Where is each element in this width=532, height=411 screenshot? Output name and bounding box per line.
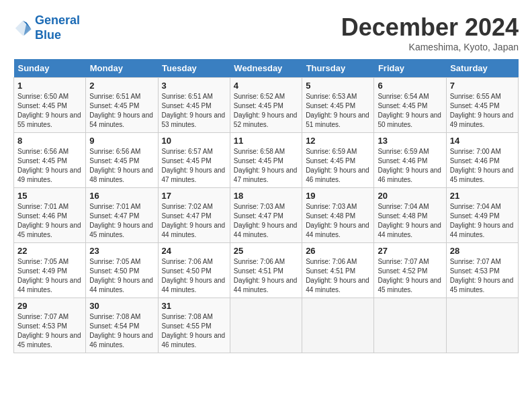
logo-line2: Blue (35, 28, 61, 42)
day-cell: 16 Sunrise: 7:01 AMSunset: 4:47 PMDaylig… (86, 188, 158, 243)
day-cell (446, 298, 518, 353)
day-number: 3 (162, 81, 226, 91)
day-number: 1 (17, 81, 82, 91)
day-number: 16 (89, 191, 154, 201)
week-row-2: 8 Sunrise: 6:56 AMSunset: 4:45 PMDayligh… (14, 133, 519, 188)
calendar-header-row: SundayMondayTuesdayWednesdayThursdayFrid… (14, 59, 519, 78)
logo-line1: General (35, 13, 80, 27)
day-detail: Sunrise: 7:03 AMSunset: 4:48 PMDaylight:… (306, 202, 370, 240)
day-cell: 3 Sunrise: 6:51 AMSunset: 4:45 PMDayligh… (158, 78, 230, 133)
page-header: General Blue December 2024 Kameshima, Ky… (13, 13, 519, 52)
day-detail: Sunrise: 6:52 AMSunset: 4:45 PMDaylight:… (234, 92, 298, 130)
day-number: 7 (450, 81, 515, 91)
day-cell: 31 Sunrise: 7:08 AMSunset: 4:55 PMDaylig… (158, 298, 230, 353)
title-section: December 2024 Kameshima, Kyoto, Japan (341, 13, 519, 52)
day-number: 22 (17, 246, 82, 256)
day-cell: 23 Sunrise: 7:05 AMSunset: 4:50 PMDaylig… (86, 243, 158, 298)
day-number: 2 (89, 81, 154, 91)
day-detail: Sunrise: 6:56 AMSunset: 4:45 PMDaylight:… (89, 147, 154, 185)
week-row-5: 29 Sunrise: 7:07 AMSunset: 4:53 PMDaylig… (14, 298, 519, 353)
day-cell: 5 Sunrise: 6:53 AMSunset: 4:45 PMDayligh… (302, 78, 374, 133)
day-cell: 14 Sunrise: 7:00 AMSunset: 4:46 PMDaylig… (446, 133, 518, 188)
day-number: 27 (378, 246, 442, 256)
month-title: December 2024 (341, 13, 519, 42)
day-cell: 29 Sunrise: 7:07 AMSunset: 4:53 PMDaylig… (14, 298, 86, 353)
day-detail: Sunrise: 7:06 AMSunset: 4:50 PMDaylight:… (162, 257, 226, 295)
day-number: 13 (378, 136, 442, 146)
day-cell: 24 Sunrise: 7:06 AMSunset: 4:50 PMDaylig… (158, 243, 230, 298)
day-number: 29 (17, 301, 82, 311)
column-header-sunday: Sunday (14, 59, 86, 78)
logo: General Blue (13, 13, 80, 42)
day-cell: 13 Sunrise: 6:59 AMSunset: 4:46 PMDaylig… (374, 133, 446, 188)
day-cell: 25 Sunrise: 7:06 AMSunset: 4:51 PMDaylig… (230, 243, 302, 298)
day-cell: 7 Sunrise: 6:55 AMSunset: 4:45 PMDayligh… (446, 78, 518, 133)
day-number: 28 (450, 246, 515, 256)
day-number: 12 (306, 136, 370, 146)
week-row-4: 22 Sunrise: 7:05 AMSunset: 4:49 PMDaylig… (14, 243, 519, 298)
day-detail: Sunrise: 7:00 AMSunset: 4:46 PMDaylight:… (450, 147, 515, 185)
column-header-tuesday: Tuesday (158, 59, 230, 78)
day-detail: Sunrise: 7:08 AMSunset: 4:55 PMDaylight:… (162, 312, 226, 350)
day-detail: Sunrise: 7:08 AMSunset: 4:54 PMDaylight:… (89, 312, 154, 350)
day-cell: 1 Sunrise: 6:50 AMSunset: 4:45 PMDayligh… (14, 78, 86, 133)
day-cell: 10 Sunrise: 6:57 AMSunset: 4:45 PMDaylig… (158, 133, 230, 188)
day-cell: 9 Sunrise: 6:56 AMSunset: 4:45 PMDayligh… (86, 133, 158, 188)
day-detail: Sunrise: 6:56 AMSunset: 4:45 PMDaylight:… (17, 147, 82, 185)
day-number: 18 (234, 191, 298, 201)
day-cell (374, 298, 446, 353)
column-header-monday: Monday (86, 59, 158, 78)
logo-text: General Blue (35, 13, 80, 42)
day-cell: 18 Sunrise: 7:03 AMSunset: 4:47 PMDaylig… (230, 188, 302, 243)
location: Kameshima, Kyoto, Japan (341, 42, 519, 52)
day-detail: Sunrise: 6:55 AMSunset: 4:45 PMDaylight:… (450, 92, 515, 130)
day-number: 20 (378, 191, 442, 201)
day-detail: Sunrise: 6:54 AMSunset: 4:45 PMDaylight:… (378, 92, 442, 130)
column-header-friday: Friday (374, 59, 446, 78)
day-detail: Sunrise: 7:06 AMSunset: 4:51 PMDaylight:… (306, 257, 370, 295)
day-number: 10 (162, 136, 226, 146)
day-number: 14 (450, 136, 515, 146)
day-number: 17 (162, 191, 226, 201)
column-header-saturday: Saturday (446, 59, 518, 78)
day-detail: Sunrise: 7:01 AMSunset: 4:47 PMDaylight:… (89, 202, 154, 240)
column-header-wednesday: Wednesday (230, 59, 302, 78)
day-cell: 27 Sunrise: 7:07 AMSunset: 4:52 PMDaylig… (374, 243, 446, 298)
day-cell: 20 Sunrise: 7:04 AMSunset: 4:48 PMDaylig… (374, 188, 446, 243)
day-number: 9 (89, 136, 154, 146)
day-number: 8 (17, 136, 82, 146)
day-detail: Sunrise: 7:07 AMSunset: 4:53 PMDaylight:… (450, 257, 515, 295)
day-cell: 26 Sunrise: 7:06 AMSunset: 4:51 PMDaylig… (302, 243, 374, 298)
day-number: 15 (17, 191, 82, 201)
week-row-3: 15 Sunrise: 7:01 AMSunset: 4:46 PMDaylig… (14, 188, 519, 243)
day-cell: 2 Sunrise: 6:51 AMSunset: 4:45 PMDayligh… (86, 78, 158, 133)
day-number: 11 (234, 136, 298, 146)
day-detail: Sunrise: 6:53 AMSunset: 4:45 PMDaylight:… (306, 92, 370, 130)
day-detail: Sunrise: 7:04 AMSunset: 4:49 PMDaylight:… (450, 202, 515, 240)
day-cell (302, 298, 374, 353)
day-number: 21 (450, 191, 515, 201)
day-number: 25 (234, 246, 298, 256)
day-detail: Sunrise: 7:05 AMSunset: 4:49 PMDaylight:… (17, 257, 82, 295)
day-number: 5 (306, 81, 370, 91)
day-cell: 30 Sunrise: 7:08 AMSunset: 4:54 PMDaylig… (86, 298, 158, 353)
day-cell: 22 Sunrise: 7:05 AMSunset: 4:49 PMDaylig… (14, 243, 86, 298)
day-detail: Sunrise: 6:59 AMSunset: 4:45 PMDaylight:… (306, 147, 370, 185)
day-cell: 8 Sunrise: 6:56 AMSunset: 4:45 PMDayligh… (14, 133, 86, 188)
calendar-table: SundayMondayTuesdayWednesdayThursdayFrid… (13, 59, 519, 353)
column-header-thursday: Thursday (302, 59, 374, 78)
day-detail: Sunrise: 7:07 AMSunset: 4:53 PMDaylight:… (17, 312, 82, 350)
day-cell: 21 Sunrise: 7:04 AMSunset: 4:49 PMDaylig… (446, 188, 518, 243)
day-number: 19 (306, 191, 370, 201)
day-cell: 15 Sunrise: 7:01 AMSunset: 4:46 PMDaylig… (14, 188, 86, 243)
day-number: 30 (89, 301, 154, 311)
day-cell (230, 298, 302, 353)
day-detail: Sunrise: 7:02 AMSunset: 4:47 PMDaylight:… (162, 202, 226, 240)
day-detail: Sunrise: 7:04 AMSunset: 4:48 PMDaylight:… (378, 202, 442, 240)
day-number: 4 (234, 81, 298, 91)
day-number: 6 (378, 81, 442, 91)
day-detail: Sunrise: 6:50 AMSunset: 4:45 PMDaylight:… (17, 92, 82, 130)
day-cell: 6 Sunrise: 6:54 AMSunset: 4:45 PMDayligh… (374, 78, 446, 133)
day-detail: Sunrise: 7:05 AMSunset: 4:50 PMDaylight:… (89, 257, 154, 295)
day-number: 24 (162, 246, 226, 256)
